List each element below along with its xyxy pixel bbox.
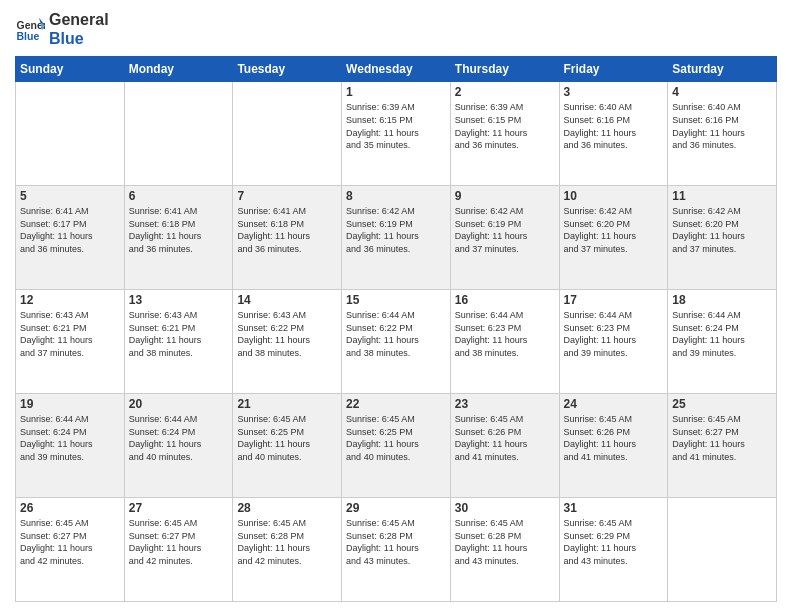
- calendar-cell: [668, 498, 777, 602]
- cell-info: Sunrise: 6:45 AM Sunset: 6:26 PM Dayligh…: [455, 413, 555, 463]
- cell-info: Sunrise: 6:42 AM Sunset: 6:19 PM Dayligh…: [346, 205, 446, 255]
- calendar-cell: [16, 82, 125, 186]
- calendar-week-row: 1Sunrise: 6:39 AM Sunset: 6:15 PM Daylig…: [16, 82, 777, 186]
- weekday-header-friday: Friday: [559, 57, 668, 82]
- calendar-cell: 27Sunrise: 6:45 AM Sunset: 6:27 PM Dayli…: [124, 498, 233, 602]
- day-number: 31: [564, 501, 664, 515]
- cell-info: Sunrise: 6:42 AM Sunset: 6:20 PM Dayligh…: [672, 205, 772, 255]
- calendar-cell: 6Sunrise: 6:41 AM Sunset: 6:18 PM Daylig…: [124, 186, 233, 290]
- cell-info: Sunrise: 6:45 AM Sunset: 6:26 PM Dayligh…: [564, 413, 664, 463]
- day-number: 8: [346, 189, 446, 203]
- calendar-cell: 12Sunrise: 6:43 AM Sunset: 6:21 PM Dayli…: [16, 290, 125, 394]
- logo: General Blue General Blue: [15, 10, 109, 48]
- weekday-header-saturday: Saturday: [668, 57, 777, 82]
- calendar-cell: 16Sunrise: 6:44 AM Sunset: 6:23 PM Dayli…: [450, 290, 559, 394]
- day-number: 12: [20, 293, 120, 307]
- day-number: 10: [564, 189, 664, 203]
- day-number: 18: [672, 293, 772, 307]
- cell-info: Sunrise: 6:45 AM Sunset: 6:28 PM Dayligh…: [455, 517, 555, 567]
- cell-info: Sunrise: 6:41 AM Sunset: 6:17 PM Dayligh…: [20, 205, 120, 255]
- day-number: 23: [455, 397, 555, 411]
- calendar-cell: 26Sunrise: 6:45 AM Sunset: 6:27 PM Dayli…: [16, 498, 125, 602]
- weekday-header-monday: Monday: [124, 57, 233, 82]
- day-number: 11: [672, 189, 772, 203]
- calendar-week-row: 26Sunrise: 6:45 AM Sunset: 6:27 PM Dayli…: [16, 498, 777, 602]
- day-number: 29: [346, 501, 446, 515]
- cell-info: Sunrise: 6:44 AM Sunset: 6:24 PM Dayligh…: [20, 413, 120, 463]
- calendar-cell: 13Sunrise: 6:43 AM Sunset: 6:21 PM Dayli…: [124, 290, 233, 394]
- day-number: 13: [129, 293, 229, 307]
- cell-info: Sunrise: 6:41 AM Sunset: 6:18 PM Dayligh…: [129, 205, 229, 255]
- calendar-cell: 25Sunrise: 6:45 AM Sunset: 6:27 PM Dayli…: [668, 394, 777, 498]
- calendar-cell: 3Sunrise: 6:40 AM Sunset: 6:16 PM Daylig…: [559, 82, 668, 186]
- cell-info: Sunrise: 6:40 AM Sunset: 6:16 PM Dayligh…: [672, 101, 772, 151]
- cell-info: Sunrise: 6:45 AM Sunset: 6:25 PM Dayligh…: [346, 413, 446, 463]
- cell-info: Sunrise: 6:39 AM Sunset: 6:15 PM Dayligh…: [455, 101, 555, 151]
- weekday-header-row: SundayMondayTuesdayWednesdayThursdayFrid…: [16, 57, 777, 82]
- calendar-week-row: 12Sunrise: 6:43 AM Sunset: 6:21 PM Dayli…: [16, 290, 777, 394]
- day-number: 25: [672, 397, 772, 411]
- calendar-cell: 24Sunrise: 6:45 AM Sunset: 6:26 PM Dayli…: [559, 394, 668, 498]
- calendar-cell: 14Sunrise: 6:43 AM Sunset: 6:22 PM Dayli…: [233, 290, 342, 394]
- day-number: 1: [346, 85, 446, 99]
- weekday-header-thursday: Thursday: [450, 57, 559, 82]
- day-number: 6: [129, 189, 229, 203]
- weekday-header-tuesday: Tuesday: [233, 57, 342, 82]
- calendar-cell: 5Sunrise: 6:41 AM Sunset: 6:17 PM Daylig…: [16, 186, 125, 290]
- cell-info: Sunrise: 6:45 AM Sunset: 6:27 PM Dayligh…: [672, 413, 772, 463]
- day-number: 5: [20, 189, 120, 203]
- cell-info: Sunrise: 6:45 AM Sunset: 6:29 PM Dayligh…: [564, 517, 664, 567]
- day-number: 17: [564, 293, 664, 307]
- cell-info: Sunrise: 6:42 AM Sunset: 6:20 PM Dayligh…: [564, 205, 664, 255]
- logo-icon: General Blue: [15, 14, 45, 44]
- cell-info: Sunrise: 6:44 AM Sunset: 6:24 PM Dayligh…: [129, 413, 229, 463]
- weekday-header-wednesday: Wednesday: [342, 57, 451, 82]
- svg-text:Blue: Blue: [17, 30, 40, 42]
- calendar-cell: 19Sunrise: 6:44 AM Sunset: 6:24 PM Dayli…: [16, 394, 125, 498]
- day-number: 2: [455, 85, 555, 99]
- day-number: 7: [237, 189, 337, 203]
- cell-info: Sunrise: 6:43 AM Sunset: 6:21 PM Dayligh…: [129, 309, 229, 359]
- calendar-cell: 11Sunrise: 6:42 AM Sunset: 6:20 PM Dayli…: [668, 186, 777, 290]
- cell-info: Sunrise: 6:45 AM Sunset: 6:28 PM Dayligh…: [237, 517, 337, 567]
- cell-info: Sunrise: 6:40 AM Sunset: 6:16 PM Dayligh…: [564, 101, 664, 151]
- day-number: 19: [20, 397, 120, 411]
- logo-blue: Blue: [49, 29, 109, 48]
- calendar-cell: 20Sunrise: 6:44 AM Sunset: 6:24 PM Dayli…: [124, 394, 233, 498]
- day-number: 26: [20, 501, 120, 515]
- calendar-cell: 30Sunrise: 6:45 AM Sunset: 6:28 PM Dayli…: [450, 498, 559, 602]
- calendar-cell: 29Sunrise: 6:45 AM Sunset: 6:28 PM Dayli…: [342, 498, 451, 602]
- day-number: 27: [129, 501, 229, 515]
- calendar-cell: 23Sunrise: 6:45 AM Sunset: 6:26 PM Dayli…: [450, 394, 559, 498]
- day-number: 20: [129, 397, 229, 411]
- cell-info: Sunrise: 6:42 AM Sunset: 6:19 PM Dayligh…: [455, 205, 555, 255]
- calendar-cell: 15Sunrise: 6:44 AM Sunset: 6:22 PM Dayli…: [342, 290, 451, 394]
- calendar-cell: 28Sunrise: 6:45 AM Sunset: 6:28 PM Dayli…: [233, 498, 342, 602]
- day-number: 9: [455, 189, 555, 203]
- logo-general: General: [49, 10, 109, 29]
- weekday-header-sunday: Sunday: [16, 57, 125, 82]
- calendar-week-row: 19Sunrise: 6:44 AM Sunset: 6:24 PM Dayli…: [16, 394, 777, 498]
- calendar-cell: 10Sunrise: 6:42 AM Sunset: 6:20 PM Dayli…: [559, 186, 668, 290]
- day-number: 15: [346, 293, 446, 307]
- calendar-cell: 2Sunrise: 6:39 AM Sunset: 6:15 PM Daylig…: [450, 82, 559, 186]
- calendar-week-row: 5Sunrise: 6:41 AM Sunset: 6:17 PM Daylig…: [16, 186, 777, 290]
- calendar-cell: 21Sunrise: 6:45 AM Sunset: 6:25 PM Dayli…: [233, 394, 342, 498]
- page: General Blue General Blue SundayMondayTu…: [0, 0, 792, 612]
- cell-info: Sunrise: 6:39 AM Sunset: 6:15 PM Dayligh…: [346, 101, 446, 151]
- cell-info: Sunrise: 6:44 AM Sunset: 6:24 PM Dayligh…: [672, 309, 772, 359]
- cell-info: Sunrise: 6:45 AM Sunset: 6:28 PM Dayligh…: [346, 517, 446, 567]
- calendar-cell: 7Sunrise: 6:41 AM Sunset: 6:18 PM Daylig…: [233, 186, 342, 290]
- header: General Blue General Blue: [15, 10, 777, 48]
- cell-info: Sunrise: 6:45 AM Sunset: 6:27 PM Dayligh…: [20, 517, 120, 567]
- cell-info: Sunrise: 6:44 AM Sunset: 6:23 PM Dayligh…: [564, 309, 664, 359]
- calendar-cell: 22Sunrise: 6:45 AM Sunset: 6:25 PM Dayli…: [342, 394, 451, 498]
- cell-info: Sunrise: 6:43 AM Sunset: 6:22 PM Dayligh…: [237, 309, 337, 359]
- calendar-cell: 8Sunrise: 6:42 AM Sunset: 6:19 PM Daylig…: [342, 186, 451, 290]
- calendar-cell: 31Sunrise: 6:45 AM Sunset: 6:29 PM Dayli…: [559, 498, 668, 602]
- day-number: 28: [237, 501, 337, 515]
- calendar-cell: [233, 82, 342, 186]
- calendar-cell: [124, 82, 233, 186]
- day-number: 24: [564, 397, 664, 411]
- day-number: 4: [672, 85, 772, 99]
